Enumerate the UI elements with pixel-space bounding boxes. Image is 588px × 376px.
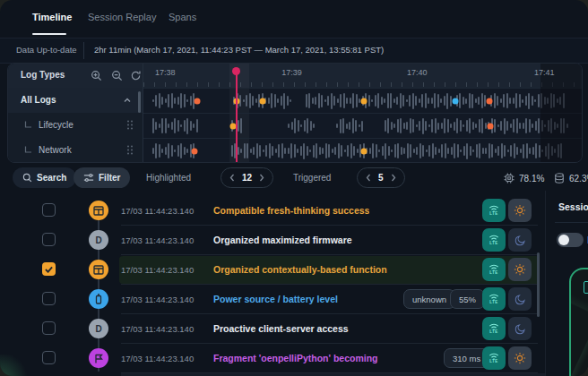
playhead-line[interactable] [236,68,238,162]
row-checkbox[interactable] [42,233,56,246]
log-types-column: Log Types All Logs Lifecycle [8,64,143,162]
network-lte-button[interactable]: LTE [482,228,506,252]
waveform-all-logs[interactable] [143,88,582,113]
track-label: Network [39,145,72,155]
light-mode-button[interactable] [508,258,532,281]
drag-handle-icon[interactable] [126,144,134,158]
lte-label: LTE [489,330,498,334]
reset-zoom-icon[interactable] [130,69,143,81]
log-message: Power source / battery level [213,294,338,304]
log-message: Fragment 'oenpelliPython' becoming [213,353,378,363]
active-tab-underline [32,33,66,35]
divider [83,42,84,59]
log-message: Proactive client-server access [213,323,349,334]
triggered-count: 5 [378,173,384,183]
highlighted-label: Highlighted [146,173,191,183]
track-row-network[interactable]: Network [8,138,143,162]
debug-log-icon: D [89,230,108,250]
light-mode-button[interactable] [508,199,532,222]
power-source-badge: unknown [403,289,455,309]
device-map-marker [584,281,588,294]
time-tick-label: 17:38 [155,68,176,77]
row-checkbox[interactable] [42,292,56,305]
dark-mode-button[interactable] [508,287,532,311]
dark-mode-button[interactable] [508,317,532,340]
log-message: Organized maximized firmware [213,235,352,245]
light-mode-button[interactable] [508,346,532,370]
search-button[interactable]: Search [13,167,76,188]
app-window: Timeline Session Replay Spans Data Up-to… [0,0,588,376]
timeline-panel: 17:3817:3917:4017:41 Log Types All Logs [7,63,583,163]
track-row-lifecycle[interactable]: Lifecycle [8,113,143,139]
triggered-stepper[interactable]: 5 [357,167,405,188]
highlighted-count: 12 [242,173,252,183]
waveform-area[interactable]: 17:3817:3917:4017:41 [143,64,582,162]
device-preview-frame[interactable] [569,268,588,376]
track-row-all-logs[interactable]: All Logs [8,88,143,114]
log-types-title: Log Types [21,70,65,80]
waveform-network[interactable] [143,138,582,163]
log-message: Organized contextually-based function [213,264,387,275]
database-icon [554,173,565,184]
network-lte-button[interactable]: LTE [482,199,506,222]
moon-icon [514,323,526,335]
log-timestamp: 17/03 11:44:23.140 [121,265,194,275]
chevron-up-icon[interactable] [123,96,132,107]
screenshot-stage: Timeline Session Replay Spans Data Up-to… [0,0,588,376]
session-toggle[interactable] [557,233,584,247]
memory-value: 62.3% [569,174,588,184]
time-ruler-ticks [143,82,582,87]
log-row[interactable]: 17/03 11:44:23.140 Power source / batter… [0,285,545,314]
network-lte-button[interactable]: LTE [482,346,506,370]
tab-timeline[interactable]: Timeline [32,12,72,22]
row-checkbox-checked[interactable] [42,262,56,276]
chevron-left-icon[interactable] [229,174,235,182]
lte-label: LTE [489,242,498,245]
row-checkbox[interactable] [42,203,56,217]
network-lte-button[interactable]: LTE [482,258,506,281]
time-tick-label: 17:39 [281,68,302,77]
tab-session-replay[interactable]: Session Replay [88,12,156,22]
session-panel-title: Session [558,201,588,212]
corner-glow [0,355,30,376]
sun-icon [514,352,526,364]
row-checkbox[interactable] [42,351,56,364]
out-of-range-overlay [540,64,582,162]
moon-icon [514,294,526,305]
log-timestamp: 17/03 11:44:23.140 [121,295,194,304]
toggle-knob [558,235,569,245]
network-lte-button[interactable]: LTE [482,287,506,311]
filter-sliders-icon [83,173,94,183]
icon-letter: D [95,235,101,245]
dark-mode-button[interactable] [508,228,532,252]
network-lte-button[interactable]: LTE [482,317,506,340]
zoom-out-icon[interactable] [111,69,124,81]
log-row-highlighted[interactable]: 17/03 11:44:23.140 Organized contextuall… [0,255,545,285]
log-timestamp: 17/03 11:44:23.140 [121,235,194,245]
log-timestamp: 17/03 11:44:23.140 [121,206,194,216]
waveform-lifecycle[interactable] [143,113,582,138]
zoom-in-icon[interactable] [91,69,103,81]
battery-icon [89,289,108,309]
time-tick-label: 17:41 [534,68,555,77]
filter-button[interactable]: Filter [74,167,130,188]
timeline-scrollbar[interactable] [138,91,141,113]
drag-handle-icon[interactable] [126,119,134,132]
list-scrollbar[interactable] [537,252,540,317]
chevron-right-icon[interactable] [391,174,396,182]
log-row[interactable]: 17/03 11:44:23.140 Fragment 'oenpelliPyt… [0,344,545,373]
tab-spans[interactable]: Spans [169,12,196,22]
tree-branch-icon [24,146,32,156]
triggered-label: Triggered [293,173,331,183]
chevron-left-icon[interactable] [366,174,371,182]
debug-log-icon: D [89,319,108,338]
moon-icon [514,235,526,246]
log-row[interactable]: 17/03 11:44:23.140 Compatible fresh-thin… [0,196,545,226]
log-row[interactable]: D 17/03 11:44:23.140 Organized maximized… [0,226,545,255]
log-row[interactable]: D 17/03 11:44:23.140 Proactive client-se… [0,314,545,344]
row-checkbox[interactable] [42,321,56,335]
search-icon [22,173,32,183]
highlighted-stepper[interactable]: 12 [220,167,273,188]
chevron-right-icon[interactable] [259,174,264,182]
info-bar: Data Up-to-date 2hr 11min (March 17, 202… [0,38,588,64]
